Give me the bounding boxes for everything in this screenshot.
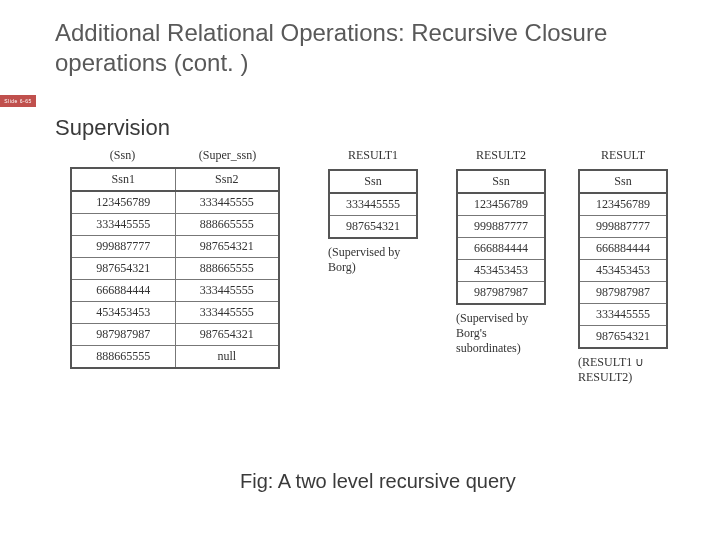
table-row: 453453453 <box>457 260 545 282</box>
slide-number-badge: Slide 6-65 <box>0 95 36 107</box>
slide-title: Additional Relational Operations: Recurs… <box>55 18 675 78</box>
result2-label: RESULT2 <box>456 148 546 163</box>
result-header: Ssn <box>579 170 667 193</box>
table-row: 666884444 <box>457 238 545 260</box>
table-row: 999887777987654321 <box>71 236 279 258</box>
result2-column: RESULT2 Ssn 123456789 999887777 66688444… <box>456 148 546 356</box>
table-row: 987654321 <box>329 216 417 239</box>
result1-column: RESULT1 Ssn 333445555 987654321 (Supervi… <box>328 148 418 275</box>
label-ssn: (Ssn) <box>70 148 175 163</box>
result1-note: (Supervised by Borg) <box>328 245 418 275</box>
table-header-row: Ssn1 Ssn2 <box>71 168 279 191</box>
table-row: 333445555 <box>329 193 417 216</box>
section-subtitle: Supervision <box>55 115 170 141</box>
header-ssn1: Ssn1 <box>71 168 175 191</box>
result2-table: Ssn 123456789 999887777 666884444 453453… <box>456 169 546 305</box>
table-row: 987987987 <box>457 282 545 305</box>
result-column: RESULT Ssn 123456789 999887777 666884444… <box>578 148 668 385</box>
table-row: 453453453 <box>579 260 667 282</box>
supervision-table: Ssn1 Ssn2 123456789333445555 33344555588… <box>70 167 280 369</box>
result1-label: RESULT1 <box>328 148 418 163</box>
result-label: RESULT <box>578 148 668 163</box>
table-row: 453453453333445555 <box>71 302 279 324</box>
figure-caption: Fig: A two level recursive query <box>240 470 516 493</box>
table-row: 999887777 <box>457 216 545 238</box>
table-row: 987987987987654321 <box>71 324 279 346</box>
table-row: 888665555null <box>71 346 279 369</box>
table-row: 666884444 <box>579 238 667 260</box>
result-note: (RESULT1 ∪ RESULT2) <box>578 355 668 385</box>
table-row: 333445555 <box>579 304 667 326</box>
table-row: 123456789 <box>579 193 667 216</box>
table-row: 999887777 <box>579 216 667 238</box>
table-row: 333445555888665555 <box>71 214 279 236</box>
table-row: 987654321888665555 <box>71 258 279 280</box>
label-super-ssn: (Super_ssn) <box>175 148 280 163</box>
table-row: 123456789333445555 <box>71 191 279 214</box>
result-table: Ssn 123456789 999887777 666884444 453453… <box>578 169 668 349</box>
table-row: 666884444333445555 <box>71 280 279 302</box>
table-row: 123456789 <box>457 193 545 216</box>
supervision-attr-labels: (Ssn) (Super_ssn) <box>70 148 280 163</box>
supervision-column: (Ssn) (Super_ssn) Ssn1 Ssn2 123456789333… <box>70 148 280 369</box>
result2-header: Ssn <box>457 170 545 193</box>
result1-header: Ssn <box>329 170 417 193</box>
table-row: 987987987 <box>579 282 667 304</box>
result2-note: (Supervised by Borg's subordinates) <box>456 311 546 356</box>
table-row: 987654321 <box>579 326 667 349</box>
result1-table: Ssn 333445555 987654321 <box>328 169 418 239</box>
header-ssn2: Ssn2 <box>175 168 279 191</box>
